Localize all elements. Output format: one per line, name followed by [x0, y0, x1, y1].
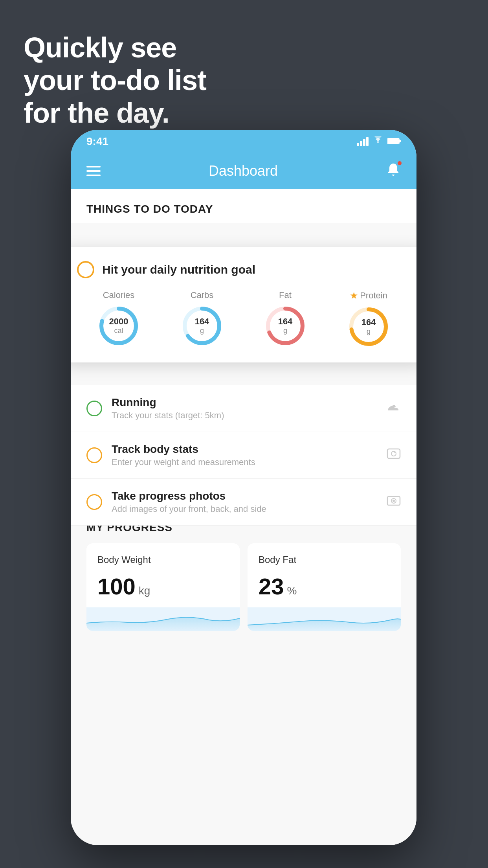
hamburger-menu[interactable]	[86, 166, 101, 176]
nutrition-fat: Fat 164 g	[264, 290, 307, 348]
svg-rect-21	[391, 496, 396, 497]
nutrition-goals: Calories 2000 cal	[77, 290, 410, 348]
body-stats-sub: Enter your weight and measurements	[112, 457, 377, 467]
body-fat-unit: %	[287, 585, 297, 597]
status-time: 9:41	[86, 135, 108, 148]
nutrition-calories: Calories 2000 cal	[97, 290, 140, 348]
body-stats-name: Track body stats	[112, 443, 377, 456]
body-fat-value: 23	[259, 573, 284, 600]
svg-rect-0	[357, 143, 359, 146]
progress-section: MY PROGRESS Body Weight 100 kg	[71, 507, 416, 645]
todo-item-photos[interactable]: Take progress photos Add images of your …	[71, 479, 416, 526]
photo-icon	[387, 494, 401, 510]
running-sub: Track your stats (target: 5km)	[112, 410, 377, 421]
body-weight-chart	[86, 607, 240, 631]
nutrition-carbs: Carbs 164 g	[180, 290, 224, 348]
body-fat-card-title: Body Fat	[259, 554, 390, 565]
hero-line3: for the day.	[24, 97, 206, 129]
app-content: THINGS TO DO TODAY Hit your daily nutrit…	[71, 189, 416, 845]
progress-cards: Body Weight 100 kg	[86, 543, 401, 631]
carbs-label: Carbs	[191, 290, 214, 300]
wifi-icon	[372, 136, 383, 147]
signal-icon	[357, 137, 369, 146]
hero-line1: Quickly see	[24, 31, 206, 64]
phone-shell: 9:41 Dashboard	[71, 130, 416, 845]
todo-list: Running Track your stats (target: 5km) T…	[71, 385, 416, 526]
things-section-header: THINGS TO DO TODAY	[71, 189, 416, 223]
svg-point-16	[391, 451, 396, 456]
scale-icon	[387, 447, 401, 463]
protein-label: Protein	[360, 291, 387, 301]
todo-item-body-stats[interactable]: Track body stats Enter your weight and m…	[71, 432, 416, 479]
svg-rect-2	[363, 139, 365, 146]
shoe-icon	[387, 401, 401, 416]
things-section-title: THINGS TO DO TODAY	[86, 203, 401, 215]
svg-rect-1	[360, 141, 362, 146]
status-bar: 9:41	[71, 130, 416, 153]
todo-item-running[interactable]: Running Track your stats (target: 5km)	[71, 385, 416, 432]
svg-rect-5	[388, 139, 399, 143]
body-weight-value: 100	[97, 573, 136, 600]
running-name: Running	[112, 396, 377, 409]
notification-dot	[397, 160, 402, 166]
status-icons	[357, 136, 401, 147]
photos-sub: Add images of your front, back, and side	[112, 504, 377, 514]
photos-check	[86, 494, 102, 510]
svg-rect-15	[387, 449, 400, 458]
hero-text: Quickly see your to-do list for the day.	[24, 31, 206, 129]
svg-rect-6	[399, 140, 401, 142]
hero-line2: your to-do list	[24, 64, 206, 97]
body-weight-card: Body Weight 100 kg	[86, 543, 240, 631]
battery-icon	[387, 136, 401, 147]
calories-ring: 2000 cal	[97, 304, 140, 348]
star-icon: ★	[350, 290, 358, 301]
body-weight-unit: kg	[139, 585, 150, 597]
card-header: Hit your daily nutrition goal	[77, 261, 410, 278]
fat-label: Fat	[279, 290, 292, 300]
body-weight-card-title: Body Weight	[97, 554, 229, 565]
protein-ring: 164 g	[347, 305, 390, 348]
calories-label: Calories	[103, 290, 135, 300]
nav-title: Dashboard	[209, 163, 278, 179]
nav-bar: Dashboard	[71, 153, 416, 189]
body-stats-check	[86, 447, 102, 463]
bell-button[interactable]	[386, 162, 401, 180]
body-fat-card: Body Fat 23 %	[248, 543, 401, 631]
fat-ring: 164 g	[264, 304, 307, 348]
nutrition-check-icon	[77, 261, 94, 278]
svg-rect-3	[366, 137, 369, 146]
card-title: Hit your daily nutrition goal	[102, 263, 255, 276]
nutrition-protein: ★ Protein 164 g	[347, 290, 390, 348]
nutrition-card: Hit your daily nutrition goal Calories	[71, 247, 416, 362]
body-fat-chart	[248, 607, 401, 631]
svg-point-20	[393, 500, 395, 502]
carbs-ring: 164 g	[180, 304, 224, 348]
running-check	[86, 401, 102, 416]
photos-name: Take progress photos	[112, 490, 377, 502]
